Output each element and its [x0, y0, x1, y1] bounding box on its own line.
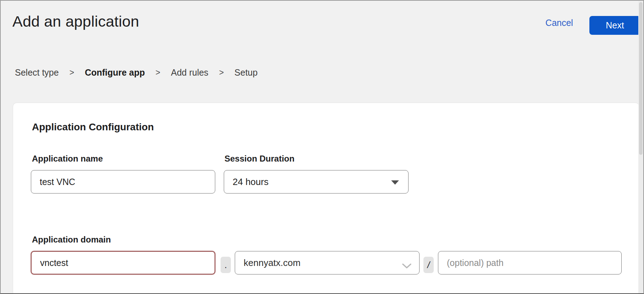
- domain-select[interactable]: kennyatx.com: [235, 251, 420, 274]
- slash-separator: /: [423, 257, 434, 273]
- section-title: Application Configuration: [32, 121, 154, 133]
- breadcrumb-step-configure-app[interactable]: Configure app: [85, 67, 145, 78]
- next-button[interactable]: Next: [589, 16, 640, 35]
- breadcrumb-step-setup[interactable]: Setup: [234, 67, 257, 78]
- session-duration-select[interactable]: 24 hours: [224, 170, 409, 194]
- scrollbar-thumb[interactable]: [639, 2, 643, 155]
- chevron-down-icon: [402, 260, 411, 271]
- session-duration-label: Session Duration: [224, 154, 294, 164]
- application-configuration-card: Application Configuration Application na…: [13, 103, 639, 294]
- caret-down-icon: [391, 180, 399, 185]
- breadcrumb-separator-icon: >: [70, 68, 74, 77]
- subdomain-input[interactable]: [31, 251, 215, 274]
- domain-select-value: kennyatx.com: [244, 257, 300, 268]
- dot-separator: .: [221, 257, 231, 273]
- path-input[interactable]: [438, 251, 622, 274]
- add-application-page: Add an application Cancel Next Select ty…: [0, 0, 644, 294]
- page-title: Add an application: [12, 13, 139, 30]
- application-name-label: Application name: [32, 154, 103, 164]
- breadcrumb-step-select-type[interactable]: Select type: [15, 67, 59, 78]
- vertical-scrollbar[interactable]: [638, 1, 643, 293]
- session-duration-value: 24 hours: [233, 176, 268, 187]
- breadcrumb-separator-icon: >: [219, 68, 224, 77]
- application-name-input[interactable]: [31, 170, 215, 194]
- breadcrumb: Select type > Configure app > Add rules …: [15, 67, 257, 78]
- cancel-button[interactable]: Cancel: [544, 18, 574, 28]
- breadcrumb-step-add-rules[interactable]: Add rules: [171, 67, 209, 78]
- breadcrumb-separator-icon: >: [156, 68, 160, 77]
- application-domain-label: Application domain: [32, 235, 111, 245]
